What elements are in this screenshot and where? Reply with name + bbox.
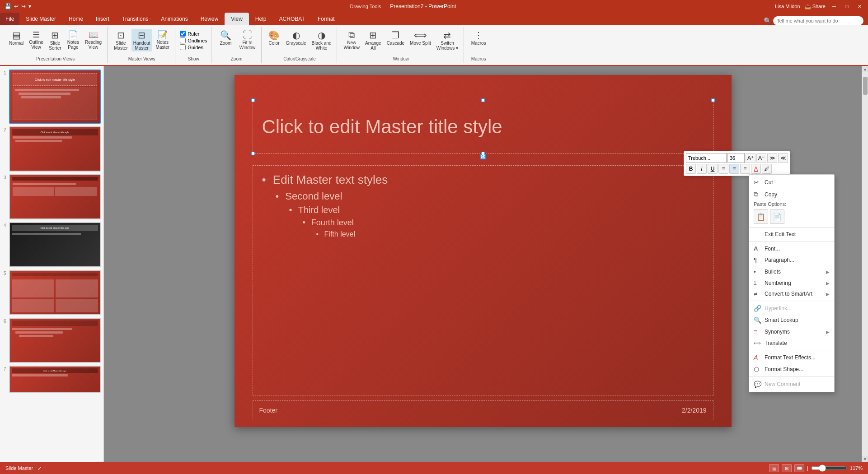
handout-master-btn[interactable]: ⊟ HandoutMaster bbox=[131, 29, 152, 51]
outline-view-btn[interactable]: ☰ OutlineView bbox=[27, 29, 45, 51]
slide-title-box[interactable]: Click to edit Master title style bbox=[253, 100, 713, 154]
tab-home[interactable]: Home bbox=[62, 13, 89, 25]
tab-insert[interactable]: Insert bbox=[89, 13, 116, 25]
zoom-slider[interactable] bbox=[811, 465, 847, 472]
maximize-btn[interactable]: □ bbox=[843, 3, 851, 9]
zoom-btn[interactable]: 🔍 Zoom bbox=[216, 29, 236, 51]
switch-windows-btn[interactable]: ⇄ SwitchWindows ▾ bbox=[435, 29, 460, 51]
zoom-level[interactable]: 117% bbox=[850, 465, 863, 471]
grayscale-btn[interactable]: ◐ Grayscale bbox=[284, 29, 308, 51]
handle-bm[interactable] bbox=[481, 152, 485, 155]
tab-review[interactable]: Review bbox=[194, 13, 225, 25]
move-split-btn[interactable]: ⟺ Move Split bbox=[408, 29, 433, 51]
ctx-synonyms[interactable]: ≡ Synonyms ▶ bbox=[749, 326, 834, 338]
scroll-track[interactable] bbox=[862, 72, 868, 456]
paste-btn-2[interactable]: 📄 bbox=[770, 209, 784, 224]
guides-checkbox[interactable]: Guides bbox=[180, 44, 207, 50]
font-color-btn[interactable]: A bbox=[751, 164, 761, 174]
quick-access[interactable]: 💾 ↩ ↪ ▾ bbox=[5, 3, 31, 9]
slide-thumb-4[interactable]: Click to edit Master title style bbox=[9, 222, 101, 267]
ctx-font[interactable]: A Font... bbox=[749, 243, 834, 254]
macros-btn[interactable]: ⋮ Macros bbox=[469, 29, 488, 46]
undo-icon[interactable]: ↩ bbox=[14, 3, 19, 9]
view-btn-normal[interactable]: ▤ bbox=[769, 464, 779, 472]
handle-bl[interactable] bbox=[251, 152, 255, 155]
ctx-convert-smartart[interactable]: ⇄ Convert to SmartArt ▶ bbox=[749, 288, 834, 299]
group-window: ⧉ NewWindow ⊞ ArrangeAll ❐ Cascade ⟺ Mov… bbox=[338, 27, 464, 63]
reading-view-btn[interactable]: 📖 ReadingView bbox=[83, 29, 103, 51]
arrange-all-btn[interactable]: ⊞ ArrangeAll bbox=[363, 29, 383, 51]
tab-slide-master[interactable]: Slide Master bbox=[19, 13, 62, 25]
italic-btn[interactable]: I bbox=[697, 164, 707, 174]
slide-master-btn[interactable]: ⊡ SlideMaster bbox=[112, 29, 130, 51]
slide-canvas[interactable]: ↻ Click to edit Master title style • Edi… bbox=[235, 75, 732, 427]
slide-thumb-5[interactable] bbox=[9, 270, 101, 315]
view-btn-reading[interactable]: 📖 bbox=[794, 464, 804, 472]
scroll-down-btn[interactable]: ▼ bbox=[862, 456, 868, 462]
bold-btn[interactable]: B bbox=[686, 164, 696, 174]
notes-page-btn[interactable]: 📄 NotesPage bbox=[65, 29, 81, 51]
ruler-checkbox[interactable]: Ruler bbox=[180, 31, 207, 37]
save-icon[interactable]: 💾 bbox=[5, 3, 11, 9]
tab-help[interactable]: Help bbox=[249, 13, 273, 25]
notes-master-btn[interactable]: 📝 NotesMaster bbox=[154, 29, 172, 51]
handle-tm[interactable] bbox=[481, 98, 485, 102]
slide-footer-box[interactable]: Footer 2/2/2019 bbox=[253, 400, 713, 420]
ctx-copy[interactable]: ⧉ Copy bbox=[749, 188, 834, 200]
font-name-input[interactable] bbox=[686, 153, 727, 163]
ctx-format-shape[interactable]: ⬡ Format Shape... bbox=[749, 363, 834, 375]
slide-thumb-7[interactable]: Click to edit Master title style bbox=[9, 366, 101, 393]
ctx-paragraph[interactable]: ¶ Paragraph... bbox=[749, 254, 834, 266]
increase-indent-btn[interactable]: ≫ bbox=[767, 153, 777, 163]
ctx-cut[interactable]: ✂ Cut bbox=[749, 177, 834, 188]
ctx-numbering[interactable]: 1. Numbering ▶ bbox=[749, 278, 834, 288]
scroll-thumb[interactable] bbox=[863, 77, 868, 95]
normal-btn[interactable]: ▤ Normal bbox=[7, 29, 25, 51]
tab-file[interactable]: File bbox=[0, 13, 19, 25]
slide-thumb-6[interactable] bbox=[9, 318, 101, 363]
view-btn-sorter[interactable]: ⊞ bbox=[782, 464, 792, 472]
share-icon[interactable]: 📤 Share bbox=[805, 4, 826, 9]
slide-thumb-3[interactable] bbox=[9, 174, 101, 219]
slide-content-box[interactable]: • Edit Master text styles • Second level… bbox=[253, 165, 713, 395]
align-right-btn[interactable]: ≡ bbox=[740, 164, 750, 174]
text-highlight-btn[interactable]: 🖊 bbox=[762, 164, 772, 174]
slide-thumb-2[interactable]: Click to edit Master title style bbox=[9, 126, 101, 172]
mini-toolbar: A⁺ A⁻ ≫ ≪ B I U ≡ ≡ ≡ A 🖊 bbox=[684, 151, 790, 176]
decrease-font-btn[interactable]: A⁻ bbox=[756, 153, 766, 163]
tab-acrobat[interactable]: ACROBAT bbox=[273, 13, 311, 25]
gridlines-checkbox[interactable]: Gridlines bbox=[180, 37, 207, 43]
tab-view[interactable]: View bbox=[225, 13, 249, 25]
underline-btn[interactable]: U bbox=[708, 164, 718, 174]
scroll-up-btn[interactable]: ▲ bbox=[862, 66, 868, 72]
color-btn[interactable]: 🎨 Color bbox=[266, 29, 282, 51]
search-input[interactable] bbox=[773, 16, 863, 25]
redo-icon[interactable]: ↪ bbox=[21, 3, 26, 9]
ctx-translate[interactable]: ⟺ Translate bbox=[749, 338, 834, 349]
expand-icon[interactable]: ⤢ bbox=[38, 465, 42, 471]
slide-sorter-btn[interactable]: ⊞ SlideSorter bbox=[47, 29, 63, 51]
align-center-btn[interactable]: ≡ bbox=[729, 164, 739, 174]
slide-thumb-1[interactable]: Click to edit master title style bbox=[9, 70, 101, 124]
ctx-exit-edit[interactable]: Exit Edit Text bbox=[749, 229, 834, 240]
black-white-btn[interactable]: ◑ Black andWhite bbox=[310, 29, 333, 51]
increase-font-btn[interactable]: A⁺ bbox=[746, 153, 755, 163]
ctx-format-text-effects[interactable]: A Format Text Effects... bbox=[749, 352, 834, 363]
align-left-btn[interactable]: ≡ bbox=[718, 164, 728, 174]
close-btn[interactable]: ✕ bbox=[855, 3, 863, 9]
new-window-btn[interactable]: ⧉ NewWindow bbox=[342, 29, 361, 51]
fit-window-btn[interactable]: ⛶ Fit toWindow bbox=[238, 29, 258, 51]
handle-tr[interactable] bbox=[711, 98, 715, 102]
vertical-scrollbar[interactable]: ▲ ▼ bbox=[862, 66, 868, 462]
minimize-btn[interactable]: ─ bbox=[830, 3, 838, 9]
decrease-indent-btn[interactable]: ≪ bbox=[778, 153, 788, 163]
paste-btn-1[interactable]: 📋 bbox=[754, 209, 768, 224]
tab-format[interactable]: Format bbox=[311, 13, 341, 25]
tab-transitions[interactable]: Transitions bbox=[116, 13, 155, 25]
font-size-input[interactable] bbox=[727, 153, 745, 163]
handle-tl[interactable] bbox=[251, 98, 255, 102]
ctx-bullets[interactable]: • Bullets ▶ bbox=[749, 266, 834, 278]
tab-animations[interactable]: Animations bbox=[155, 13, 194, 25]
ctx-smart-lookup[interactable]: 🔍 Smart Lookup bbox=[749, 314, 834, 326]
cascade-btn[interactable]: ❐ Cascade bbox=[385, 29, 406, 51]
